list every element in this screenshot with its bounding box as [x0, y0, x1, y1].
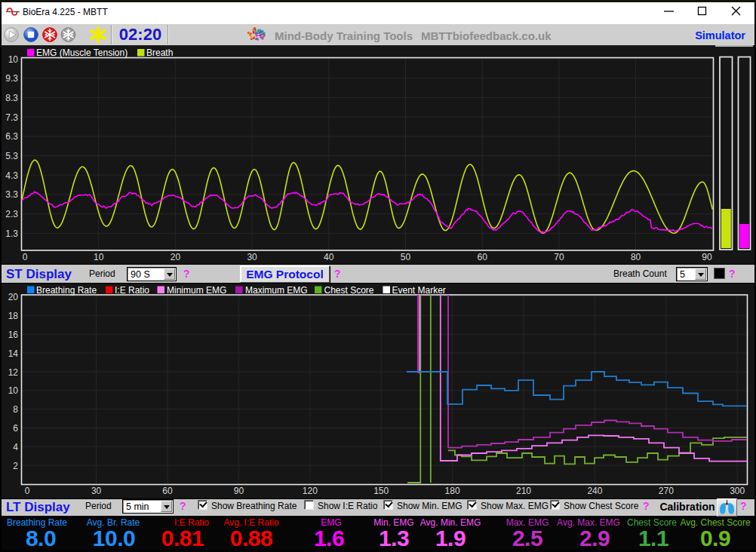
svg-text:7.3: 7.3	[5, 112, 18, 123]
svg-text:Breath: Breath	[146, 48, 173, 58]
svg-text:60: 60	[162, 486, 173, 496]
svg-text:40: 40	[324, 252, 334, 262]
svg-text:8: 8	[13, 404, 18, 415]
svg-text:14: 14	[8, 348, 19, 359]
svg-text:210: 210	[516, 486, 531, 496]
svg-text:Maximum EMG: Maximum EMG	[245, 285, 308, 296]
svg-text:270: 270	[659, 486, 674, 496]
svg-text:Minimum EMG: Minimum EMG	[167, 285, 226, 296]
svg-text:16: 16	[8, 330, 19, 340]
svg-text:2.3: 2.3	[5, 209, 18, 219]
svg-text:2: 2	[13, 461, 18, 471]
svg-text:180: 180	[445, 486, 460, 496]
svg-text:Chest Score: Chest Score	[324, 285, 374, 296]
svg-text:Breathing Rate: Breathing Rate	[36, 285, 97, 296]
svg-text:20: 20	[171, 252, 181, 262]
svg-text:240: 240	[587, 486, 602, 496]
svg-text:10: 10	[94, 252, 104, 262]
svg-text:10: 10	[8, 54, 19, 65]
svg-text:3.3: 3.3	[5, 189, 18, 200]
svg-text:90: 90	[702, 252, 712, 262]
svg-text:8.3: 8.3	[5, 93, 18, 103]
svg-text:0: 0	[25, 486, 30, 496]
svg-text:300: 300	[730, 486, 745, 496]
svg-text:1.3: 1.3	[5, 228, 18, 239]
svg-text:10: 10	[8, 385, 19, 396]
svg-text:50: 50	[401, 252, 411, 262]
svg-text:80: 80	[631, 252, 641, 262]
svg-text:0: 0	[23, 252, 28, 262]
svg-text:EMG (Muscle Tension): EMG (Muscle Tension)	[36, 48, 128, 58]
svg-text:4.3: 4.3	[5, 170, 18, 181]
svg-text:60: 60	[478, 252, 488, 262]
svg-text:70: 70	[554, 252, 564, 262]
svg-text:30: 30	[91, 486, 102, 496]
svg-text:150: 150	[373, 486, 389, 496]
svg-text:90: 90	[234, 486, 244, 496]
svg-text:I:E Ratio: I:E Ratio	[115, 285, 149, 296]
svg-text:4: 4	[13, 442, 18, 452]
svg-text:5.3: 5.3	[5, 151, 18, 161]
svg-text:20: 20	[8, 292, 19, 302]
svg-text:120: 120	[303, 486, 318, 496]
svg-text:6: 6	[13, 423, 18, 434]
svg-text:18: 18	[8, 311, 19, 321]
svg-text:30: 30	[247, 252, 257, 262]
svg-text:12: 12	[8, 367, 19, 378]
svg-text:Event Marker: Event Marker	[392, 285, 446, 296]
svg-text:6.3: 6.3	[5, 131, 18, 142]
svg-text:9.3: 9.3	[5, 73, 18, 84]
